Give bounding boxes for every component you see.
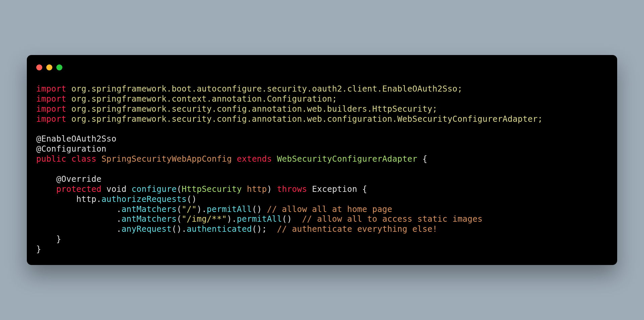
keyword-import: import	[36, 114, 66, 124]
param-type: HttpSecurity	[182, 184, 242, 194]
annotation: @Configuration	[36, 144, 106, 154]
indent	[36, 194, 76, 204]
keyword-import: import	[36, 94, 66, 104]
method-call: antMatchers	[121, 214, 176, 224]
keyword-protected: protected	[56, 184, 102, 194]
keyword-extends: extends	[237, 154, 272, 164]
minimize-icon[interactable]	[46, 64, 52, 70]
parens: ();	[252, 224, 277, 234]
method-call: anyRequest	[121, 224, 172, 234]
indent	[36, 214, 116, 224]
paren: )	[227, 214, 232, 224]
import-path: org.springframework.boot.autoconfigure.s…	[66, 84, 463, 94]
indent	[36, 184, 56, 194]
indent	[36, 174, 56, 184]
keyword-import: import	[36, 104, 66, 114]
import-path: org.springframework.context.annotation.C…	[66, 94, 337, 104]
code-window: import org.springframework.boot.autoconf…	[27, 55, 617, 265]
variable: http	[76, 194, 97, 204]
method-name: configure	[131, 184, 177, 194]
dot: .	[96, 194, 101, 204]
keyword-public: public	[36, 154, 66, 164]
keyword-void: void	[106, 184, 126, 194]
paren: )	[197, 204, 202, 214]
string-literal: "/"	[182, 204, 197, 214]
maximize-icon[interactable]	[56, 64, 62, 70]
comment: // authenticate everything else!	[277, 224, 437, 234]
dot: .	[116, 214, 121, 224]
parens: ()	[282, 214, 302, 224]
class-name: SpringSecurityWebAppConfig	[101, 154, 232, 164]
method-call: antMatchers	[121, 204, 176, 214]
parent-class: WebSecurityConfigurerAdapter	[277, 154, 418, 164]
dot: .	[202, 204, 207, 214]
code-content[interactable]: import org.springframework.boot.autoconf…	[36, 84, 608, 254]
paren: (	[177, 184, 182, 194]
paren: (	[177, 204, 182, 214]
method-call: authenticated	[187, 224, 252, 234]
brace-close: }	[36, 244, 41, 254]
annotation: @EnableOAuth2Sso	[36, 134, 116, 144]
window-controls	[36, 64, 608, 70]
annotation-override: @Override	[56, 174, 102, 184]
exception-type: Exception	[312, 184, 357, 194]
brace: {	[357, 184, 367, 194]
dot: .	[116, 204, 121, 214]
comment: // allow all at home page	[267, 204, 392, 214]
paren: )	[267, 184, 272, 194]
dot: .	[182, 224, 187, 234]
indent	[36, 224, 116, 234]
indent	[36, 204, 116, 214]
keyword-import: import	[36, 84, 66, 94]
parens: ()	[187, 194, 197, 204]
keyword-class: class	[71, 154, 97, 164]
paren: (	[177, 214, 182, 224]
keyword-throws: throws	[277, 184, 307, 194]
close-icon[interactable]	[36, 64, 42, 70]
method-call: authorizeRequests	[101, 194, 186, 204]
param-name: http	[242, 184, 267, 194]
dot: .	[232, 214, 237, 224]
import-path: org.springframework.security.config.anno…	[66, 104, 437, 114]
import-path: org.springframework.security.config.anno…	[66, 114, 543, 124]
comment: // allow all to access static images	[302, 214, 482, 224]
method-call: permitAll	[207, 204, 252, 214]
dot: .	[116, 224, 121, 234]
parens: ()	[252, 204, 267, 214]
method-call: permitAll	[237, 214, 282, 224]
brace-close: }	[36, 234, 61, 244]
parens: ()	[172, 224, 182, 234]
brace: {	[417, 154, 427, 164]
string-literal: "/img/**"	[182, 214, 227, 224]
